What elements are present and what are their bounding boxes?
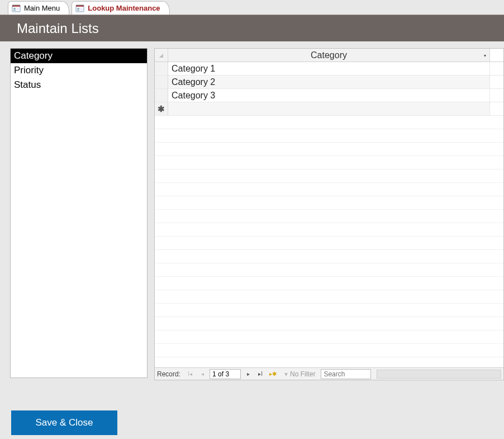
- lookup-type-list[interactable]: Category Priority Status: [10, 48, 148, 378]
- page-header: Maintain Lists: [0, 15, 504, 41]
- record-position-input[interactable]: [210, 369, 241, 379]
- select-all-cell[interactable]: ◢: [155, 49, 168, 62]
- work-area: Category Priority Status ◢ Category ▾ Ca…: [0, 41, 504, 380]
- nav-last-button[interactable]: ▸I: [255, 369, 265, 379]
- sidebar-item-category[interactable]: Category: [11, 49, 147, 63]
- prev-icon: ◂: [201, 371, 204, 377]
- cell-category[interactable]: Category 2: [168, 75, 490, 88]
- svg-rect-6: [76, 5, 84, 7]
- column-header-category[interactable]: Category ▾: [168, 49, 490, 62]
- save-button-label: Save & Close: [36, 417, 93, 428]
- sidebar-item-status[interactable]: Status: [11, 78, 147, 92]
- nav-first-button[interactable]: I◂: [185, 369, 195, 379]
- cell-category-new[interactable]: [168, 102, 490, 115]
- cell-value: Category 1: [172, 64, 215, 74]
- svg-rect-9: [80, 8, 83, 11]
- tab-bar: Main Menu Lookup Maintenance: [0, 0, 504, 15]
- tab-lookup-maintenance[interactable]: Lookup Maintenance: [72, 1, 169, 15]
- new-icon: ▸✱: [269, 371, 277, 377]
- cell-value: Category 2: [172, 77, 215, 87]
- form-icon: [75, 4, 84, 13]
- grid-gap: [490, 102, 503, 115]
- record-search-input[interactable]: [321, 369, 371, 379]
- grid-gap: [490, 89, 503, 102]
- cell-value: Category 3: [172, 91, 215, 101]
- datasheet-grid: ◢ Category ▾ Category 1 Category 2: [154, 48, 504, 380]
- sidebar-item-label: Category: [14, 50, 53, 61]
- column-dropdown-icon[interactable]: ▾: [484, 53, 486, 58]
- row-selector[interactable]: [155, 89, 168, 102]
- save-and-close-button[interactable]: Save & Close: [11, 410, 117, 435]
- svg-rect-2: [13, 8, 16, 9]
- nav-next-button[interactable]: ▸: [243, 369, 253, 379]
- column-header-label: Category: [311, 50, 347, 60]
- horizontal-scrollbar[interactable]: [377, 370, 501, 379]
- table-row[interactable]: Category 2: [155, 75, 503, 89]
- filter-label: No Filter: [290, 370, 315, 378]
- form-icon: [12, 4, 21, 13]
- cell-category[interactable]: Category 3: [168, 89, 490, 102]
- nav-prev-button[interactable]: ◂: [197, 369, 207, 379]
- sidebar-item-priority[interactable]: Priority: [11, 63, 147, 78]
- tab-label: Lookup Maintenance: [88, 4, 160, 12]
- last-icon: ▸I: [258, 371, 263, 377]
- grid-gap: [490, 62, 503, 75]
- page-title: Maintain Lists: [17, 21, 99, 36]
- svg-rect-8: [77, 10, 79, 11]
- record-label: Record:: [157, 370, 180, 378]
- first-icon: I◂: [188, 371, 192, 377]
- row-selector[interactable]: [155, 62, 168, 75]
- filter-icon: ▾: [284, 370, 288, 378]
- svg-rect-4: [16, 8, 19, 11]
- new-record-icon: ✱: [158, 104, 165, 114]
- select-all-icon: ◢: [159, 53, 163, 58]
- sidebar-item-label: Status: [14, 79, 41, 90]
- grid-body: Category 1 Category 2 Category 3: [155, 62, 503, 367]
- new-record-row[interactable]: ✱: [155, 102, 503, 116]
- grid-gap: [490, 75, 503, 88]
- svg-rect-3: [13, 10, 16, 11]
- svg-rect-1: [12, 5, 20, 7]
- cell-category[interactable]: Category 1: [168, 62, 490, 75]
- table-row[interactable]: Category 3: [155, 89, 503, 102]
- grid-header-row: ◢ Category ▾: [155, 49, 503, 62]
- svg-rect-7: [77, 8, 79, 9]
- sidebar-item-label: Priority: [14, 65, 44, 75]
- tab-main-menu[interactable]: Main Menu: [8, 1, 69, 15]
- next-icon: ▸: [247, 371, 250, 377]
- table-row[interactable]: Category 1: [155, 62, 503, 75]
- row-selector[interactable]: [155, 75, 168, 88]
- grid-gap: [490, 49, 503, 62]
- nav-new-button[interactable]: ▸✱: [268, 369, 278, 379]
- row-selector-new[interactable]: ✱: [155, 102, 168, 115]
- filter-indicator[interactable]: ▾ No Filter: [284, 370, 315, 378]
- tab-label: Main Menu: [24, 4, 60, 12]
- record-navigator: Record: I◂ ◂ ▸ ▸I ▸✱ ▾ No Filter: [155, 367, 503, 380]
